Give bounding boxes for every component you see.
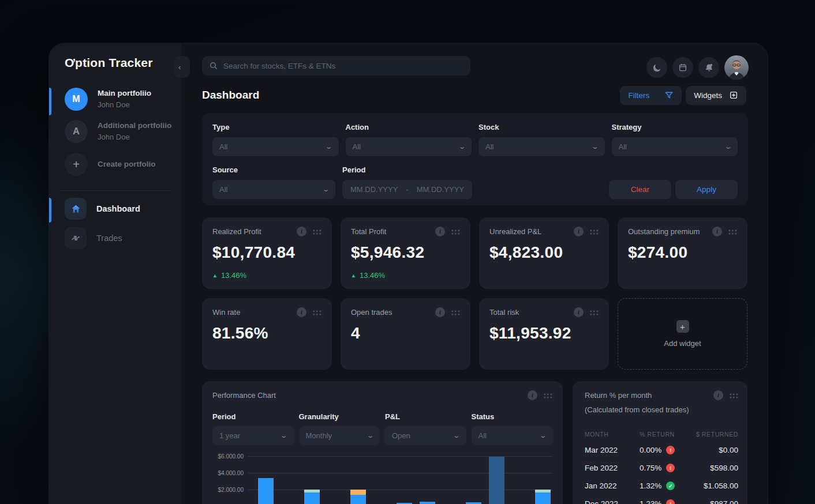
info-icon[interactable]: i — [574, 307, 584, 317]
chart-bar[interactable] — [258, 478, 274, 504]
table-row[interactable]: Mar 2022 0.00% $0.00 — [585, 441, 738, 459]
chart-gridline: $4.000.00 — [248, 473, 552, 473]
filter-panel: Type All ⌄ Action All ⌄ Stock — [202, 113, 748, 205]
row-return: 1.23% — [640, 499, 661, 504]
alert-icon — [666, 446, 675, 454]
stat-label: Total risk — [489, 308, 519, 317]
info-icon[interactable]: i — [574, 227, 584, 236]
apply-button[interactable]: Apply — [675, 180, 738, 199]
source-dropdown-value: All — [219, 185, 227, 194]
action-dropdown-value: All — [353, 142, 361, 151]
chart-status-value: All — [478, 431, 487, 440]
stat-value: $11,953.92 — [489, 324, 599, 343]
add-widget-label: Add widget — [664, 339, 701, 348]
info-icon[interactable]: i — [528, 390, 537, 400]
chart-bar[interactable] — [350, 490, 366, 504]
table-row[interactable]: Jan 2022 1.32% $1.058.00 — [585, 477, 738, 495]
chart-bar[interactable] — [466, 502, 481, 504]
info-icon[interactable]: i — [713, 390, 723, 400]
home-icon — [65, 198, 87, 220]
row-month: Mar 2022 — [585, 446, 640, 454]
calendar-icon — [678, 63, 687, 72]
drag-handle-icon[interactable] — [451, 229, 460, 235]
stat-card-unrealized-pnl: Unrealized P&L i $4,823.00 — [479, 217, 609, 289]
returns-card: Return % per month i (Calculated from cl… — [573, 381, 747, 504]
info-icon[interactable]: i — [297, 307, 306, 317]
table-row[interactable]: Feb 2022 0.75% $598.00 — [585, 459, 738, 477]
strategy-dropdown[interactable]: All ⌄ — [612, 137, 738, 156]
stock-dropdown[interactable]: All ⌄ — [478, 137, 605, 156]
row-returned: $1.058.00 — [704, 482, 738, 490]
chart-granularity-value: Monthly — [306, 431, 332, 440]
clear-button[interactable]: Clear — [609, 180, 671, 199]
widgets-button-label: Widgets — [694, 91, 722, 100]
search-input[interactable] — [223, 62, 463, 70]
y-axis-tick-label: $6.000.00 — [204, 453, 244, 460]
filter-label-type: Type — [212, 123, 339, 131]
chart-bar-segment-base — [258, 478, 274, 504]
period-date-range-input[interactable]: MM.DD.YYYY - MM.DD.YYYY — [342, 180, 472, 199]
action-dropdown[interactable]: All ⌄ — [346, 137, 472, 156]
chevron-down-icon: ⌄ — [458, 143, 466, 151]
drag-handle-icon[interactable] — [728, 229, 737, 235]
stat-value: $274.00 — [628, 243, 737, 262]
type-dropdown[interactable]: All ⌄ — [212, 137, 339, 156]
stat-label: Win rate — [212, 308, 240, 317]
drag-handle-icon[interactable] — [312, 310, 321, 315]
search-bar[interactable] — [202, 56, 470, 76]
sidebar-item-trades[interactable]: Trades — [65, 227, 122, 249]
row-returned: $598.00 — [710, 464, 738, 472]
chart-control-label-pnl: P&L — [385, 412, 466, 421]
chart-period-value: 1 year — [219, 431, 240, 440]
stat-card-total-risk: Total risk i $11,953.92 — [479, 298, 609, 370]
notifications-button[interactable] — [698, 57, 719, 78]
user-avatar[interactable] — [724, 55, 749, 80]
drag-handle-icon[interactable] — [589, 229, 599, 235]
drag-handle-icon[interactable] — [451, 310, 460, 315]
add-widget-button[interactable]: + Add widget — [618, 298, 747, 370]
source-dropdown[interactable]: All ⌄ — [212, 180, 335, 199]
sidebar-item-main-portfolio[interactable]: M Main portfoliio John Doe — [65, 88, 151, 111]
stat-card-open-trades: Open trades i 4 — [341, 298, 470, 370]
chart-bar[interactable] — [420, 502, 435, 504]
chevron-down-icon: ⌄ — [724, 143, 732, 151]
sidebar-item-create-portfolio[interactable]: + Create portfolio — [65, 153, 156, 176]
drag-handle-icon[interactable] — [312, 229, 321, 235]
row-month: Jan 2022 — [585, 482, 640, 490]
chart-gridline: $6.000.00 — [248, 456, 552, 457]
y-axis-tick-label: $4.000.00 — [204, 470, 244, 476]
info-icon[interactable]: i — [435, 307, 445, 317]
bell-icon — [704, 63, 714, 73]
plus-icon: + — [65, 153, 88, 176]
chart-gridline: $2.000.00 — [248, 490, 552, 490]
filters-button[interactable]: Filters — [620, 86, 682, 105]
row-returned: $0.00 — [719, 446, 738, 454]
strategy-dropdown-value: All — [619, 142, 627, 151]
filter-label-stock: Stock — [478, 123, 605, 131]
sidebar-item-additional-portfolio[interactable]: A Additional portfoliio John Doe — [65, 120, 171, 143]
drag-handle-icon[interactable] — [543, 393, 552, 398]
stat-label: Unrealized P&L — [489, 227, 541, 236]
dark-mode-button[interactable] — [646, 57, 667, 78]
sidebar-item-dashboard[interactable]: Dashboard — [65, 198, 140, 220]
widgets-button[interactable]: Widgets — [686, 86, 746, 105]
drag-handle-icon[interactable] — [729, 393, 738, 398]
date-from-placeholder: MM.DD.YYYY — [350, 185, 398, 194]
plus-square-icon — [729, 91, 738, 100]
sidebar-collapse-button[interactable]: ‹ — [174, 56, 190, 78]
chart-bar[interactable] — [489, 457, 504, 504]
drag-handle-icon[interactable] — [589, 310, 599, 315]
chevron-down-icon: ⌄ — [539, 432, 547, 439]
chart-bar[interactable] — [535, 490, 551, 504]
date-to-placeholder: MM.DD.YYYY — [417, 185, 464, 194]
chart-bar[interactable] — [304, 490, 320, 504]
chevron-down-icon: ⌄ — [367, 432, 374, 439]
info-icon[interactable]: i — [297, 227, 306, 236]
stat-value: 81.56% — [212, 324, 321, 343]
chevron-left-icon: ‹ — [178, 63, 181, 72]
info-icon[interactable]: i — [712, 227, 722, 236]
info-icon[interactable]: i — [435, 227, 445, 236]
calendar-button[interactable] — [672, 57, 693, 78]
chart-bar-segment-base — [350, 495, 366, 504]
table-row[interactable]: Dec 2022 1.23% $987.00 — [585, 495, 738, 504]
